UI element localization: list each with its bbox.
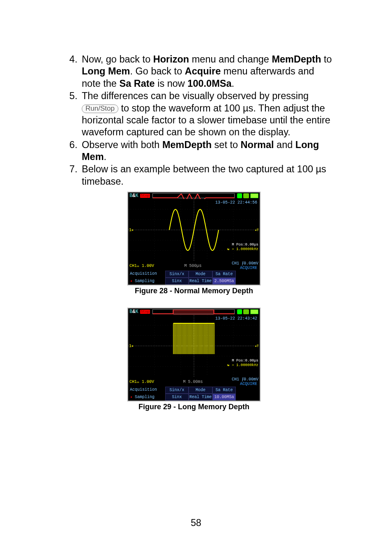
trigger-marker: ◂T (254, 344, 259, 348)
info-row: CH1⏛ 1.00V M 5.00ms CH1 ⨍0.00mV ACQUIRE (128, 377, 260, 387)
softkey-sarate: Sa Rate (212, 387, 236, 394)
header-icons (237, 193, 258, 198)
trigger-info: CH1 ⨍0.00mV ACQUIRE (232, 261, 258, 270)
power-icon (250, 193, 258, 198)
power-icon (250, 309, 258, 314)
info-row: CH1⏛ 1.00V M 500µs CH1 ⨍0.00mV ACQUIRE (128, 261, 260, 271)
oscilloscope-screenshot-long: B&K Stop (127, 308, 261, 401)
instruction-step: Below is an example between the two capt… (80, 163, 332, 188)
waveform-area: 1▸ ◂T 13-05-22 22:43:42 M Pos:0.00µs ☯ =… (128, 315, 260, 377)
print-icon (243, 309, 249, 314)
scope-header: B&K Stop (128, 308, 260, 315)
figure-28-caption: Figure 28 - Normal Memory Depth (135, 287, 253, 295)
acquisition-label: Acquisition (128, 387, 165, 394)
softkey-mode: Mode (189, 387, 212, 394)
stop-indicator: Stop (140, 310, 150, 314)
softkey-sinx: Sinx (165, 278, 189, 285)
channel-setting: CH1⏛ 1.00V (129, 380, 154, 384)
timebase: M 500µs (184, 264, 201, 268)
settings-icon (237, 309, 242, 314)
softkey-realtime: Real Time (189, 394, 212, 401)
position-info: M Pos:0.00µs ☯ = 1.00000kHz (227, 243, 258, 252)
frequency: ☯ = 1.00000kHz (227, 247, 258, 252)
softkey-realtime: Real Time (189, 278, 212, 285)
bk-logo: B&K (129, 193, 138, 199)
softkey-sinxx: Sinx/x (165, 387, 189, 394)
frequency: ☯ = 1.00000kHz (227, 363, 258, 368)
position-info: M Pos:0.00µs ☯ = 1.00000kHz (227, 359, 258, 368)
figure-29: B&K Stop (55, 308, 332, 411)
trigger-info: CH1 ⨍0.00mV ACQUIRE (232, 377, 258, 386)
timebase: M 5.00ms (183, 380, 203, 384)
page-number: 58 (0, 517, 392, 529)
channel-setting: CH1⏛ 1.00V (129, 264, 154, 268)
timestamp: 13-05-22 22:43:42 (215, 316, 257, 321)
instruction-step: Now, go back to Horizon menu and change … (80, 53, 332, 90)
acquisition-label: Acquisition (128, 271, 165, 278)
trigger-marker: ◂T (254, 228, 259, 232)
figure-28: B&K Stop (55, 192, 332, 295)
sampling-label: ◂ Sampling (128, 278, 165, 285)
trace-preview (152, 309, 235, 314)
instruction-step: The differences can be visually observed… (80, 90, 332, 139)
softkey-sarate-value: 2.500MSa (212, 278, 236, 285)
softkey-sarate: Sa Rate (212, 271, 236, 278)
bk-logo: B&K (129, 309, 138, 315)
softkey-mode: Mode (189, 271, 212, 278)
acquire-label: ACQUIRE (240, 266, 258, 270)
instruction-step: Observe with both MemDepth set to Normal… (80, 139, 332, 163)
softkey-sarate-value: 10.00MSa (212, 394, 236, 401)
oscilloscope-screenshot-normal: B&K Stop (127, 192, 261, 285)
waveform-area: 1▸ ◂T 13-05-22 22:44:56 M Pos:0.00µs ☯ =… (128, 199, 260, 261)
softkey-row: Acquisition Sinx/x Mode Sa Rate ◂ Sampli… (128, 271, 260, 285)
print-icon (243, 193, 249, 198)
acquire-label: ACQUIRE (240, 382, 258, 386)
stop-indicator: Stop (140, 194, 150, 198)
softkey-sinx: Sinx (165, 394, 189, 401)
instruction-list: Now, go back to Horizon menu and change … (55, 53, 332, 188)
m-pos: M Pos:0.00µs (227, 359, 258, 363)
scope-header: B&K Stop (128, 192, 260, 199)
channel-marker: 1▸ (129, 343, 134, 348)
header-icons (237, 309, 258, 314)
settings-icon (237, 193, 242, 198)
sampling-label: ◂ Sampling (128, 394, 165, 401)
m-pos: M Pos:0.00µs (227, 243, 258, 247)
figure-29-caption: Figure 29 - Long Memory Depth (138, 403, 249, 411)
run-stop-button-icon: Run/Stop (82, 104, 118, 114)
timestamp: 13-05-22 22:44:56 (215, 200, 257, 205)
trace-preview (152, 193, 235, 198)
softkey-sinxx: Sinx/x (165, 271, 189, 278)
channel-marker: 1▸ (129, 227, 134, 232)
softkey-row: Acquisition Sinx/x Mode Sa Rate ◂ Sampli… (128, 387, 260, 401)
